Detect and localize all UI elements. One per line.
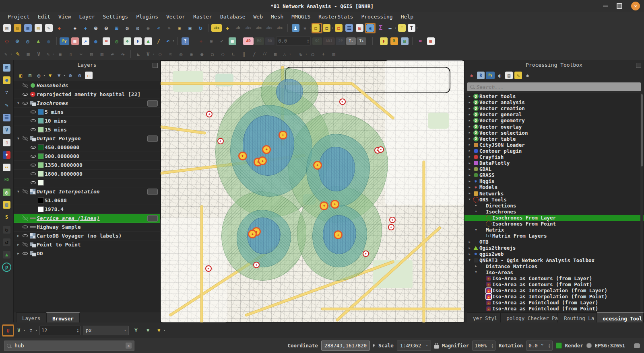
help-contents-button[interactable]: ? [180, 36, 190, 46]
attribute-join-button[interactable]: ⊞ [400, 36, 409, 46]
visibility-eye-off-icon[interactable] [22, 83, 28, 88]
ors-isochrones[interactable]: ▼Isochrones [464, 209, 644, 215]
menu-raster[interactable]: Raster [190, 13, 216, 20]
float-panel-icon[interactable] [636, 63, 641, 68]
prov-qgis2threejs[interactable]: ▶Qgis2threejs [464, 245, 644, 251]
dem-terrain-button[interactable]: ▲ [143, 36, 153, 46]
zoom-out-button[interactable]: ⊖ [101, 23, 111, 33]
clear-search-icon[interactable]: ✕ [126, 343, 132, 349]
open-layer-styling-button[interactable]: ◧ [17, 71, 25, 80]
visibility-eye-off-icon[interactable] [22, 242, 28, 247]
field-calculator-button[interactable]: ⊞ [355, 23, 365, 33]
prov-gdal[interactable]: ▶GDAL [464, 166, 644, 172]
refresh-plugin-button[interactable]: ↻ [2, 225, 12, 234]
delete-selected-button[interactable]: ▯ [66, 49, 75, 59]
lens-plugin-button[interactable]: ◎ [2, 187, 12, 197]
results-viewer-button[interactable]: ▤ [505, 71, 513, 80]
magnifier-spin[interactable]: 100%▲▼ [472, 341, 495, 351]
split-parts-button[interactable]: // [260, 49, 270, 59]
visibility-eye-icon[interactable] [30, 171, 36, 176]
quickmapservices-button[interactable]: ● [91, 36, 101, 46]
new-project-button[interactable]: ▤ [2, 23, 12, 33]
hospital-marker[interactable]: ✚ [248, 230, 257, 238]
trim-extend-button[interactable]: + [318, 49, 328, 59]
locator-input[interactable] [14, 342, 123, 349]
refresh-map-button[interactable]: ↻ [196, 23, 205, 33]
prov-ors-tools[interactable]: ▼ORS Tools [464, 197, 644, 203]
snapping-type-button[interactable]: ∵▾ [27, 325, 38, 336]
extents-pointer-icon[interactable] [373, 344, 376, 348]
s-plugin-button[interactable]: S [2, 212, 12, 222]
hospital-marker[interactable]: ✚ [262, 145, 271, 154]
cat-raster-tools[interactable]: ▶QRaster tools [464, 93, 644, 99]
prov-cityjson[interactable]: ▶CityJSON Loader [464, 142, 644, 148]
cat-vector-table[interactable]: ▶QVector table [464, 136, 644, 142]
group-point-to-point[interactable]: ▶Point to Point [14, 240, 160, 249]
undo-style-button[interactable]: ↶▾ [164, 36, 174, 46]
layer-15-mins[interactable]: 15 mins [14, 125, 160, 134]
move-label-button[interactable]: abc [254, 23, 264, 33]
group-isochrones[interactable]: ▼Isochrones [14, 99, 160, 108]
prov-contour[interactable]: ▶Contour plugin [464, 148, 644, 154]
hospital-marker[interactable]: ✚ [320, 201, 328, 210]
highlight-labels-button[interactable]: abc [244, 23, 253, 33]
alg-isoarea-pointcloud-layer[interactable]: Iso-Area as Pointcloud (from Layer) [464, 300, 644, 306]
cat-vector-selection[interactable]: ▶QVector selection [464, 130, 644, 136]
osm-map-plugin-button[interactable]: ▨ [2, 200, 12, 209]
crayfish-button[interactable]: ≈ [101, 36, 111, 46]
text-annotation-button[interactable]: T▾ [408, 23, 418, 33]
paste-features-button[interactable]: ▥ [97, 49, 107, 59]
alg-isoarea-contours-point[interactable]: Iso-Area as Contours (from Point) [464, 281, 644, 287]
move-feature-button[interactable]: V▾ [144, 49, 154, 59]
lastools-button[interactable]: / [154, 36, 163, 46]
visibility-eye-icon[interactable] [30, 127, 36, 132]
hospital-marker[interactable]: ✚ [313, 161, 322, 170]
prov-networks[interactable]: ▶Networks [464, 191, 644, 197]
new-vector-layer-button[interactable]: V [34, 49, 43, 59]
cad-angle-spin[interactable]: 0.0▲▼ [276, 36, 311, 46]
run-feature-action-button[interactable]: ✱▾ [301, 23, 311, 33]
ors-tools-button[interactable]: ◌ [2, 36, 12, 46]
cat-vector-overlay[interactable]: ▶QVector overlay [464, 123, 644, 129]
gdrive-layers-button[interactable]: ▲ [2, 250, 12, 259]
dock-tab[interactable]: ocessing Tool [597, 312, 644, 322]
vertex-tool-button[interactable]: △▾ [281, 49, 291, 59]
save-project-button[interactable]: ▦ [23, 23, 33, 33]
visibility-eye-icon[interactable] [30, 118, 36, 123]
merge-attributes-button[interactable]: ▥ [329, 49, 339, 59]
amenity-cross-marker[interactable]: ✚ [253, 262, 260, 268]
split-features-button[interactable]: / [250, 49, 259, 59]
amenity-cross-marker[interactable]: ✚ [378, 146, 384, 153]
expand-arrow-icon[interactable]: ▼ [15, 101, 21, 105]
offset-curve-button[interactable]: ‖ [239, 49, 249, 59]
topological-editing-button[interactable]: Y [130, 325, 142, 336]
menu-mmqgis[interactable]: MMQGIS [288, 13, 314, 20]
visibility-eye-off-icon[interactable] [22, 189, 28, 194]
class-450[interactable]: 450.0000000 [14, 143, 160, 152]
tracing-button[interactable]: ✖▾ [155, 325, 166, 336]
map-tips-button[interactable]: ❝ [397, 23, 407, 33]
cad-mo-button[interactable]: MO [254, 36, 264, 46]
options-button[interactable]: ✱ [523, 71, 532, 80]
zoom-native-button[interactable]: ◉ [143, 23, 153, 33]
zoom-next-button[interactable]: » [164, 23, 174, 33]
ors-directions[interactable]: ▶Directions [464, 203, 644, 209]
prov-qgis2web[interactable]: ▶✱qgis2web [464, 251, 644, 257]
feather-plugin-button[interactable]: ✎ [2, 100, 12, 110]
lock-scale-icon[interactable] [434, 345, 439, 349]
maximize-button[interactable] [617, 3, 622, 9]
rotate-point-symbols-button[interactable]: ↻▾ [297, 49, 307, 59]
layer-indicator-badge[interactable] [147, 135, 158, 142]
delete-part-button[interactable]: ◌ [218, 49, 228, 59]
edit-in-place-button[interactable]: ✎ [514, 71, 522, 80]
amenity-cross-marker[interactable]: ✚ [363, 250, 369, 257]
amenity-cross-marker[interactable]: ✚ [206, 111, 213, 117]
menu-view[interactable]: View [55, 13, 74, 20]
mmqgis-grid-button[interactable]: ▦ [70, 36, 80, 46]
alg-isoarea-interp-point[interactable]: Iso-Area as Interpolation (from Point) [464, 293, 644, 300]
new-print-layout-button[interactable]: ▤ [33, 23, 43, 33]
profile-tool-button[interactable]: ↗ [80, 36, 90, 46]
layer-hospitals[interactable]: ✚reprojected_amenity_hospital [22] [14, 90, 160, 99]
add-ring-button[interactable]: ◎ [176, 49, 186, 59]
qgis2threejs-button[interactable]: ▲ [33, 36, 43, 46]
